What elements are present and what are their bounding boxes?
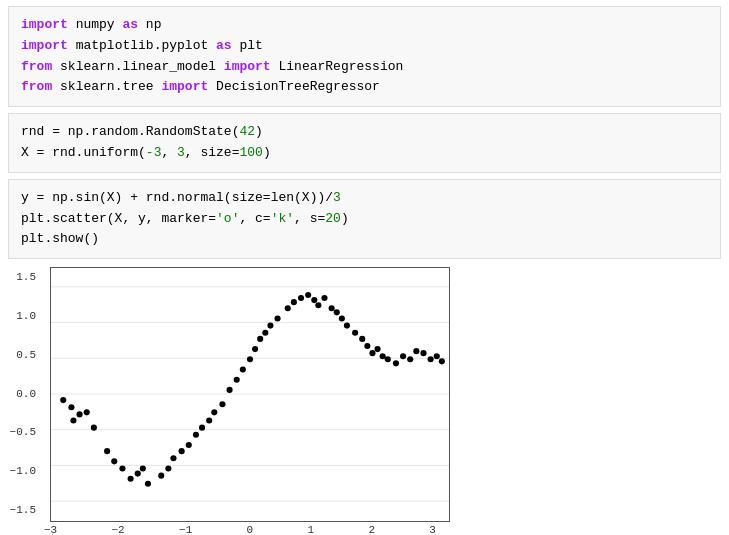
code-text: plt [239, 38, 262, 53]
svg-point-23 [179, 448, 185, 454]
svg-point-14 [111, 458, 117, 464]
code-text: sklearn.tree [60, 79, 161, 94]
chart-svg [51, 268, 449, 521]
keyword: import [21, 17, 68, 32]
code-text: rnd = np.random.RandomState( [21, 124, 239, 139]
svg-point-32 [240, 367, 246, 373]
svg-point-45 [321, 295, 327, 301]
x-tick: −2 [112, 524, 125, 535]
code-line: y = np.sin(X) + rnd.normal(size=len(X))/… [21, 188, 708, 209]
svg-point-48 [339, 316, 345, 322]
svg-point-40 [291, 299, 297, 305]
svg-point-28 [211, 409, 217, 415]
svg-point-27 [206, 418, 212, 424]
x-tick: 3 [429, 524, 436, 535]
svg-point-11 [84, 409, 90, 415]
code-text: sklearn.linear_model [60, 59, 224, 74]
x-tick: −3 [44, 524, 57, 535]
keyword: import [224, 59, 271, 74]
svg-point-50 [352, 330, 358, 336]
keyword: from [21, 79, 52, 94]
y-tick: 1.0 [8, 310, 36, 322]
x-tick: 2 [368, 524, 375, 535]
svg-point-41 [298, 295, 304, 301]
svg-point-51 [359, 336, 365, 342]
svg-point-10 [70, 418, 76, 424]
svg-point-62 [428, 356, 434, 362]
number: -3 [146, 145, 162, 160]
svg-point-56 [385, 356, 391, 362]
code-text: plt.show() [21, 231, 99, 246]
svg-point-38 [274, 316, 280, 322]
svg-point-12 [91, 425, 97, 431]
svg-point-57 [393, 360, 399, 366]
code-text: X = rnd.uniform( [21, 145, 146, 160]
code-line: plt.show() [21, 229, 708, 250]
code-line: from sklearn.tree import DecisionTreeReg… [21, 77, 708, 98]
svg-point-53 [369, 350, 375, 356]
number: 3 [177, 145, 185, 160]
svg-point-7 [60, 397, 66, 403]
svg-point-47 [334, 309, 340, 315]
number: 3 [333, 190, 341, 205]
svg-point-26 [199, 425, 205, 431]
svg-point-55 [380, 353, 386, 359]
svg-point-44 [315, 302, 321, 308]
keyword: as [122, 17, 138, 32]
scatter-plot [50, 267, 450, 522]
svg-point-52 [364, 343, 370, 349]
code-text: DecisionTreeRegressor [216, 79, 380, 94]
number: 20 [325, 211, 341, 226]
svg-point-24 [186, 442, 192, 448]
svg-point-22 [170, 455, 176, 461]
y-tick: −1.0 [8, 465, 36, 477]
svg-point-30 [227, 387, 233, 393]
y-tick: 0.0 [8, 388, 36, 400]
keyword: from [21, 59, 52, 74]
chart-area: 1.5 1.0 0.5 0.0 −0.5 −1.0 −1.5 [8, 267, 721, 535]
code-text: y = np.sin(X) + rnd.normal(size=len(X))/ [21, 190, 333, 205]
y-tick: 0.5 [8, 349, 36, 361]
x-tick: 1 [307, 524, 314, 535]
y-tick: −0.5 [8, 426, 36, 438]
svg-point-54 [375, 346, 381, 352]
svg-point-33 [247, 356, 253, 362]
number: 42 [239, 124, 255, 139]
svg-point-37 [267, 323, 273, 329]
svg-point-60 [413, 348, 419, 354]
code-text: , c= [239, 211, 270, 226]
svg-point-63 [434, 353, 440, 359]
code-line: import matplotlib.pyplot as plt [21, 36, 708, 57]
svg-point-16 [128, 476, 134, 482]
code-text: np [146, 17, 162, 32]
x-tick: −1 [179, 524, 192, 535]
svg-point-20 [158, 473, 164, 479]
svg-point-18 [140, 466, 146, 472]
svg-point-29 [219, 401, 225, 407]
code-block-1: import numpy as np import matplotlib.pyp… [8, 6, 721, 107]
y-axis-labels: 1.5 1.0 0.5 0.0 −0.5 −1.0 −1.5 [8, 267, 40, 535]
svg-point-25 [193, 432, 199, 438]
code-line: from sklearn.linear_model import LinearR… [21, 57, 708, 78]
code-block-3: y = np.sin(X) + rnd.normal(size=len(X))/… [8, 179, 721, 259]
code-text: , s= [294, 211, 325, 226]
keyword: import [21, 38, 68, 53]
svg-point-61 [420, 350, 426, 356]
code-text: plt.scatter(X, y, marker= [21, 211, 216, 226]
code-text: , [161, 145, 177, 160]
svg-point-31 [234, 377, 240, 383]
code-text: ) [263, 145, 271, 160]
svg-point-34 [252, 346, 258, 352]
x-tick: 0 [247, 524, 254, 535]
svg-point-43 [311, 297, 317, 303]
svg-point-36 [262, 330, 268, 336]
svg-point-19 [145, 481, 151, 487]
svg-point-21 [165, 466, 171, 472]
y-tick: −1.5 [8, 504, 36, 516]
svg-point-42 [305, 292, 311, 298]
keyword: as [216, 38, 232, 53]
svg-point-17 [135, 471, 141, 477]
x-axis-labels: −3 −2 −1 0 1 2 3 [40, 522, 440, 535]
code-text: numpy [76, 17, 123, 32]
svg-point-59 [407, 356, 413, 362]
